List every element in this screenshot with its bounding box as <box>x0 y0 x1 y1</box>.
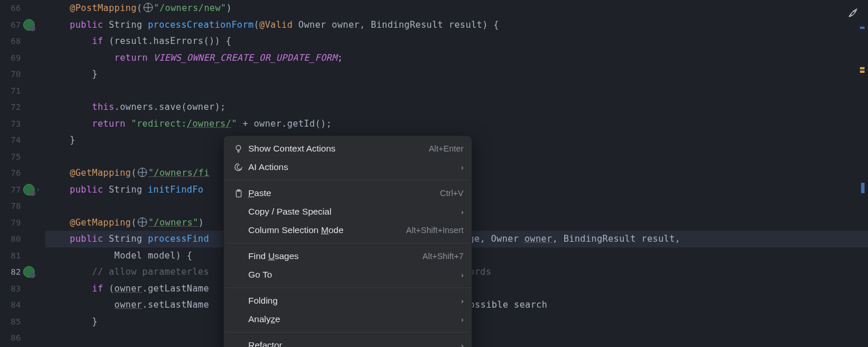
submenu-chevron-icon: › <box>457 297 464 305</box>
web-globe-icon <box>138 217 147 227</box>
gutter: 6667686970717273747576777879808182838485… <box>0 0 45 347</box>
svg-point-3 <box>854 10 855 12</box>
menu-find-usages[interactable]: Find Usages Alt+Shift+7 <box>224 247 472 265</box>
menu-separator <box>225 332 470 333</box>
menu-separator <box>225 287 470 288</box>
menu-analyze[interactable]: Analyze › <box>224 310 472 328</box>
web-globe-icon <box>138 168 147 177</box>
line-number: 79 <box>0 215 21 231</box>
line-number: 78 <box>0 198 21 215</box>
gutter-web-icon[interactable] <box>23 184 35 195</box>
menu-show-context-actions[interactable]: Show Context Actions Alt+Enter <box>224 139 472 158</box>
menu-label: Show Context Actions <box>245 143 429 154</box>
marker[interactable] <box>860 67 865 69</box>
svg-point-0 <box>236 146 241 150</box>
menu-label: Paste <box>245 188 440 198</box>
line-number: 72 <box>0 99 21 116</box>
editor-context-menu: Show Context Actions Alt+Enter AI Action… <box>223 135 472 347</box>
gutter-web-icon[interactable] <box>23 19 35 31</box>
line-number: 67 <box>0 17 21 34</box>
marker[interactable] <box>861 183 865 193</box>
menu-go-to[interactable]: Go To › <box>224 265 472 284</box>
menu-separator <box>225 180 470 180</box>
run-rocket-icon[interactable] <box>846 6 860 20</box>
menu-separator <box>225 243 470 243</box>
line-number: 80 <box>0 231 21 248</box>
ai-spiral-icon <box>232 163 245 172</box>
line-number: 74 <box>0 132 21 149</box>
code-editor[interactable]: 6667686970717273747576777879808182838485… <box>0 0 868 347</box>
line-number: 69 <box>0 50 21 67</box>
menu-folding[interactable]: Folding › <box>224 291 472 310</box>
menu-ai-actions[interactable]: AI Actions › <box>224 158 472 176</box>
menu-copy-paste-special[interactable]: Copy / Paste Special › <box>224 202 472 221</box>
line-number: 81 <box>0 248 21 264</box>
fold-chevron-icon[interactable]: › <box>36 182 40 198</box>
line-number: 86 <box>0 330 21 346</box>
line-number: 75 <box>0 149 21 165</box>
menu-label: Go To <box>245 270 457 280</box>
editor-marker-strip[interactable] <box>833 0 868 347</box>
line-number: 77 <box>0 182 21 198</box>
menu-label: AI Actions <box>245 162 457 172</box>
submenu-chevron-icon: › <box>457 341 464 348</box>
line-number: 70 <box>0 66 21 83</box>
line-number: 82 <box>0 264 21 280</box>
menu-label: Copy / Paste Special <box>245 206 457 217</box>
line-number: 85 <box>0 313 21 330</box>
web-globe-icon <box>144 3 153 12</box>
clipboard-icon <box>232 189 245 198</box>
line-number: 73 <box>0 116 21 132</box>
line-number: 84 <box>0 297 21 313</box>
line-number: 71 <box>0 83 21 99</box>
gutter-web-icon[interactable] <box>23 266 35 278</box>
marker[interactable] <box>860 27 865 29</box>
menu-label: Folding <box>245 296 457 306</box>
submenu-chevron-icon: › <box>457 208 464 216</box>
menu-label: Refactor <box>245 340 457 347</box>
line-number: 76 <box>0 165 21 182</box>
menu-column-selection-mode[interactable]: Column Selection Mode Alt+Shift+Insert <box>224 221 472 239</box>
menu-label: Analyze <box>245 314 457 324</box>
menu-shortcut: Alt+Shift+7 <box>422 252 464 261</box>
line-number: 83 <box>0 280 21 297</box>
bulb-icon <box>232 144 245 153</box>
submenu-chevron-icon: › <box>457 315 464 324</box>
submenu-chevron-icon: › <box>457 163 464 172</box>
marker[interactable] <box>860 71 865 73</box>
line-number: 66 <box>0 0 21 17</box>
menu-paste[interactable]: Paste Ctrl+V <box>224 184 472 202</box>
menu-label: Find Usages <box>245 251 422 261</box>
menu-shortcut: Alt+Shift+Insert <box>406 226 464 235</box>
menu-refactor[interactable]: Refactor › <box>224 336 472 347</box>
line-number: 68 <box>0 33 21 50</box>
submenu-chevron-icon: › <box>457 271 464 279</box>
menu-label: Column Selection Mode <box>245 225 406 235</box>
menu-shortcut: Alt+Enter <box>429 144 464 153</box>
menu-shortcut: Ctrl+V <box>440 189 464 198</box>
